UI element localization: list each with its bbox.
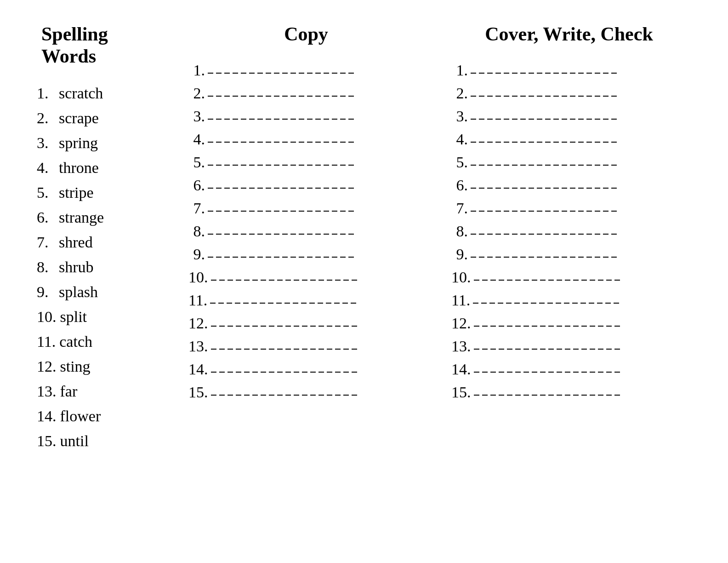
word-text: scrape <box>59 110 99 126</box>
cover-write-line[interactable] <box>473 297 620 304</box>
word-text: until <box>60 433 89 449</box>
copy-line-item[interactable]: 5. <box>188 151 424 174</box>
cover-write-line[interactable] <box>474 274 621 281</box>
spelling-words-header: Spelling Words <box>28 18 165 81</box>
copy-line-item[interactable]: 7. <box>188 197 424 220</box>
word-list-item: 11.catch <box>37 329 165 354</box>
copy-line-item[interactable]: 2. <box>188 82 424 105</box>
word-text: catch <box>59 334 92 350</box>
word-list-item: 2.scrape <box>37 106 165 131</box>
cover-line-item[interactable]: 3. <box>451 105 687 128</box>
copy-write-line[interactable] <box>211 389 358 396</box>
cover-line-item[interactable]: 15. <box>451 381 687 404</box>
copy-line-item[interactable]: 14. <box>188 358 424 381</box>
copy-line-item[interactable]: 8. <box>188 220 424 243</box>
cover-write-line[interactable] <box>474 320 621 327</box>
copy-write-line[interactable] <box>211 274 358 281</box>
word-list-item: 5.stripe <box>37 180 165 205</box>
word-list-item: 8.shrub <box>37 255 165 280</box>
copy-write-line[interactable] <box>208 251 355 258</box>
cover-line-item[interactable]: 2. <box>451 82 687 105</box>
copy-line-item[interactable]: 13. <box>188 335 424 358</box>
copy-write-line[interactable] <box>210 297 357 304</box>
word-text: sting <box>60 359 91 374</box>
word-list: 1.scratch2.scrape3.spring4.throne5.strip… <box>28 81 165 454</box>
cover-line-item[interactable]: 5. <box>451 151 687 174</box>
cover-write-line[interactable] <box>471 228 618 235</box>
word-number: 7. <box>37 235 55 250</box>
word-list-item: 13.far <box>37 379 165 404</box>
cover-write-line[interactable] <box>471 251 618 258</box>
cover-write-line[interactable] <box>471 113 618 120</box>
copy-write-line[interactable] <box>208 228 355 235</box>
cover-line-item[interactable]: 4. <box>451 128 687 151</box>
cover-write-line[interactable] <box>471 136 618 143</box>
cover-write-line[interactable] <box>474 389 621 396</box>
cover-write-line[interactable] <box>474 343 621 350</box>
cover-line-item[interactable]: 1. <box>451 59 687 82</box>
word-number: 11. <box>37 334 56 350</box>
copy-write-line[interactable] <box>208 90 355 97</box>
copy-write-line[interactable] <box>208 182 355 189</box>
copy-line-number: 10. <box>188 270 208 285</box>
cover-write-line[interactable] <box>471 90 618 97</box>
cover-line-number: 10. <box>451 270 471 285</box>
copy-line-item[interactable]: 3. <box>188 105 424 128</box>
copy-line-item[interactable]: 4. <box>188 128 424 151</box>
word-list-item: 9.splash <box>37 280 165 304</box>
cover-line-item[interactable]: 8. <box>451 220 687 243</box>
copy-write-line[interactable] <box>208 113 355 120</box>
copy-line-number: 5. <box>188 155 205 170</box>
cover-line-number: 6. <box>451 178 468 193</box>
cover-line-item[interactable]: 7. <box>451 197 687 220</box>
copy-line-item[interactable]: 11. <box>188 289 424 312</box>
copy-line-number: 4. <box>188 132 205 147</box>
copy-line-number: 8. <box>188 224 205 239</box>
cover-line-number: 15. <box>451 385 471 400</box>
copy-write-line[interactable] <box>208 136 355 143</box>
copy-line-number: 3. <box>188 109 205 124</box>
cover-line-item[interactable]: 11. <box>451 289 687 312</box>
word-number: 8. <box>37 259 55 275</box>
cover-write-line[interactable] <box>471 182 618 189</box>
cover-line-item[interactable]: 14. <box>451 358 687 381</box>
copy-line-item[interactable]: 12. <box>188 312 424 335</box>
word-number: 14. <box>37 408 57 424</box>
cover-write-check-column: Cover, Write, Check 1.2.3.4.5.6.7.8.9.10… <box>438 18 700 454</box>
copy-write-line[interactable] <box>211 343 358 350</box>
copy-write-line[interactable] <box>208 205 355 212</box>
word-list-item: 14.flower <box>37 404 165 429</box>
copy-line-item[interactable]: 10. <box>188 266 424 289</box>
cover-line-item[interactable]: 12. <box>451 312 687 335</box>
copy-line-item[interactable]: 1. <box>188 59 424 82</box>
copy-write-line[interactable] <box>208 67 355 74</box>
cover-write-line[interactable] <box>471 159 618 166</box>
word-text: stripe <box>59 185 94 201</box>
copy-line-number: 12. <box>188 316 208 331</box>
cover-line-item[interactable]: 13. <box>451 335 687 358</box>
copy-line-item[interactable]: 15. <box>188 381 424 404</box>
copy-write-line[interactable] <box>208 159 355 166</box>
copy-line-number: 2. <box>188 86 205 101</box>
cover-line-number: 5. <box>451 155 468 170</box>
cover-line-item[interactable]: 6. <box>451 174 687 197</box>
cover-line-number: 4. <box>451 132 468 147</box>
word-number: 4. <box>37 160 55 176</box>
cover-write-line[interactable] <box>471 205 618 212</box>
copy-column: Copy 1.2.3.4.5.6.7.8.9.10.11.12.13.14.15… <box>175 18 438 454</box>
word-list-item: 15.until <box>37 429 165 454</box>
cover-line-list: 1.2.3.4.5.6.7.8.9.10.11.12.13.14.15. <box>438 59 700 404</box>
copy-write-line[interactable] <box>211 320 358 327</box>
cover-line-number: 9. <box>451 247 468 262</box>
cover-write-line[interactable] <box>471 67 618 74</box>
word-number: 15. <box>37 433 57 449</box>
copy-line-item[interactable]: 9. <box>188 243 424 266</box>
cover-write-line[interactable] <box>474 366 621 373</box>
word-list-item: 12.sting <box>37 354 165 379</box>
cover-line-item[interactable]: 10. <box>451 266 687 289</box>
cover-line-item[interactable]: 9. <box>451 243 687 266</box>
copy-write-line[interactable] <box>211 366 358 373</box>
cover-line-number: 14. <box>451 362 471 377</box>
copy-line-number: 14. <box>188 362 208 377</box>
copy-line-item[interactable]: 6. <box>188 174 424 197</box>
